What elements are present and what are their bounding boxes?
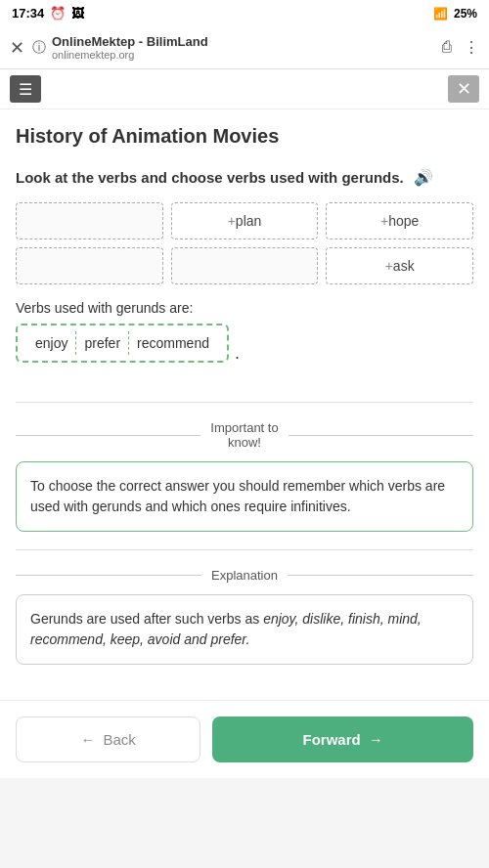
battery-display: 25%	[454, 7, 477, 21]
selected-verbs-box: enjoy prefer recommend	[16, 324, 229, 363]
browser-close-button[interactable]: ✕	[10, 37, 24, 59]
browser-info: ⓘ OnlineMektep - BilimLand onlinemektep.…	[32, 34, 434, 61]
gerunds-label: Verbs used with gerunds are:	[16, 300, 473, 316]
share-icon[interactable]: ⎙	[442, 38, 452, 57]
verb-cell-plan[interactable]: plan	[171, 202, 319, 239]
divider-line-left	[16, 435, 200, 436]
selected-verb-prefer: prefer	[76, 331, 129, 355]
verb-cell-hope[interactable]: hope	[326, 202, 473, 239]
forward-label: Forward	[303, 731, 361, 748]
verb-cell-5[interactable]	[171, 247, 319, 284]
back-arrow-icon: ←	[80, 731, 95, 748]
forward-arrow-icon: →	[369, 731, 383, 748]
main-content: History of Animation Movies Look at the …	[0, 109, 489, 700]
selected-verb-enjoy: enjoy	[27, 331, 76, 355]
menu-bar: ☰ ✕	[0, 69, 489, 109]
back-button[interactable]: ← Back	[16, 716, 200, 762]
site-name: OnlineMektep - BilimLand	[52, 34, 208, 49]
info-icon: ⓘ	[32, 39, 46, 57]
browser-actions: ⎙ ⋮	[442, 38, 479, 57]
explanation-text: Gerunds are used after such verbs as enj…	[30, 611, 422, 647]
question-text: Look at the verbs and choose verbs used …	[16, 167, 473, 189]
exp-divider-line-left	[16, 575, 201, 576]
period-mark: .	[235, 343, 240, 364]
sound-button[interactable]: 🔊	[414, 167, 433, 189]
explanation-box: Gerunds are used after such verbs as enj…	[16, 594, 473, 665]
browser-bar: ✕ ⓘ OnlineMektep - BilimLand onlinemekte…	[0, 26, 489, 69]
selected-verb-recommend: recommend	[129, 331, 217, 355]
image-icon: 🖼	[71, 6, 84, 21]
signal-icon: 📶	[433, 7, 448, 21]
page-title: History of Animation Movies	[16, 125, 473, 148]
verb-cell-4[interactable]	[16, 247, 163, 284]
verb-cell-1[interactable]	[16, 202, 163, 239]
explanation-label: Explanation	[211, 568, 278, 583]
alarm-icon: ⏰	[50, 6, 66, 21]
important-label: Important toknow!	[210, 420, 278, 450]
explanation-divider: Explanation	[16, 568, 473, 583]
exp-divider-line-right	[288, 575, 473, 576]
status-time: 17:34 ⏰ 🖼	[12, 6, 84, 21]
verb-grid: plan hope ask	[16, 202, 473, 284]
site-url: onlinemektep.org	[52, 49, 208, 61]
important-divider: Important toknow!	[16, 420, 473, 450]
hamburger-menu[interactable]: ☰	[10, 75, 41, 103]
back-label: Back	[103, 731, 135, 748]
status-indicators: 📶 25%	[433, 7, 477, 21]
info-box: To choose the correct answer you should …	[16, 461, 473, 532]
divider-line-right	[289, 435, 473, 436]
time-display: 17:34	[12, 6, 44, 21]
verb-cell-ask[interactable]: ask	[326, 247, 473, 284]
question-label: Look at the verbs and choose verbs used …	[16, 169, 404, 186]
forward-button[interactable]: Forward →	[212, 716, 473, 762]
more-icon[interactable]: ⋮	[464, 38, 479, 57]
bottom-nav: ← Back Forward →	[0, 700, 489, 778]
close-button[interactable]: ✕	[448, 75, 479, 103]
browser-titles: OnlineMektep - BilimLand onlinemektep.or…	[52, 34, 208, 61]
status-bar: 17:34 ⏰ 🖼 📶 25%	[0, 0, 489, 26]
